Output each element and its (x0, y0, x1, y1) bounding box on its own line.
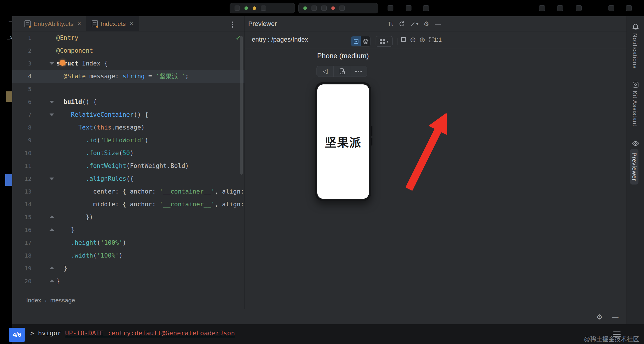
line-number[interactable]: 9 (12, 134, 31, 147)
line-number[interactable]: 14 (12, 198, 31, 211)
code-line[interactable]: 4 @State message: string = '坚果派 '; (12, 70, 244, 83)
close-icon[interactable]: × (130, 20, 133, 27)
toolbar-icon[interactable] (406, 5, 411, 11)
run-icon[interactable] (244, 6, 248, 10)
fold-marker-icon[interactable] (50, 215, 54, 218)
breadcrumb-item[interactable]: message (50, 297, 75, 304)
code-line[interactable]: 15 }) (12, 211, 244, 224)
toolbar-icon[interactable] (557, 5, 563, 11)
line-number[interactable]: 4 (12, 70, 31, 83)
line-number[interactable]: 18 (12, 249, 31, 262)
line-number[interactable]: 20 (12, 275, 31, 288)
line-number[interactable]: 11 (12, 159, 31, 172)
tool-tab-kit-assistant[interactable]: Kit Assistant (631, 91, 638, 126)
zoom-ratio-label[interactable]: 1:1 (434, 36, 442, 43)
inspect-mode-button[interactable] (351, 36, 361, 46)
code-line[interactable]: 10 .fontSize(50) (12, 147, 244, 159)
debug-icon[interactable] (303, 6, 307, 10)
code-line[interactable]: 9 .id('HelloWorld') (12, 134, 244, 147)
line-number[interactable]: 2 (12, 44, 31, 57)
editor-scrollbar[interactable] (240, 36, 243, 175)
line-number[interactable]: 8 (12, 121, 31, 134)
line-number[interactable]: 17 (12, 236, 31, 249)
code-line[interactable]: 12 .alignRules({ (12, 172, 244, 185)
line-number[interactable]: 12 (12, 172, 31, 185)
line-number[interactable]: 10 (12, 147, 31, 159)
tool-tab-previewer[interactable]: Previewer (630, 149, 638, 185)
tab-options-kebab-icon[interactable] (232, 21, 233, 29)
fold-marker-icon[interactable] (50, 267, 54, 269)
toolbar-icon[interactable] (388, 5, 393, 11)
fold-marker-icon[interactable] (50, 279, 54, 282)
code-editor[interactable]: 1@Entry2@Component3struct Index {4 @Stat… (12, 31, 244, 309)
bell-icon[interactable] (632, 23, 639, 31)
code-line[interactable]: 13 center: { anchor: '__container__', al… (12, 185, 244, 198)
grid-view-dropdown[interactable]: ▾ (376, 36, 393, 47)
back-button[interactable]: ◁ (317, 66, 334, 77)
profiler-icon[interactable] (312, 6, 317, 11)
rotate-screen-button[interactable] (334, 66, 351, 77)
tool-icon[interactable] (321, 6, 327, 11)
toolbar-icon[interactable] (423, 5, 429, 11)
line-number[interactable]: 1 (12, 31, 31, 44)
eye-icon[interactable] (632, 140, 639, 147)
toolbar-icon[interactable] (576, 5, 582, 11)
tab-index[interactable]: Index.ets × (87, 16, 139, 31)
toolbar-icon[interactable] (608, 5, 614, 11)
zoom-in-icon[interactable]: ⊕ (418, 35, 427, 44)
fold-marker-icon[interactable] (50, 114, 54, 116)
toolbar-icon[interactable] (539, 5, 545, 11)
settings-gear-icon[interactable]: ⚙ (422, 19, 431, 29)
fold-marker-icon[interactable] (50, 178, 54, 180)
line-number[interactable]: 15 (12, 211, 31, 224)
toolbar-icon[interactable] (626, 5, 632, 11)
code-line[interactable]: 19 } (12, 262, 244, 275)
code-line[interactable]: 2@Component (12, 44, 244, 57)
settings-gear-icon[interactable]: ⚙ (595, 313, 604, 321)
fold-marker-icon[interactable] (50, 228, 54, 231)
zoom-out-icon[interactable]: ⊖ (409, 35, 417, 44)
line-number[interactable]: 6 (12, 95, 31, 108)
code-line[interactable]: 14 middle: { anchor: '__container__', al… (12, 198, 244, 211)
frame-bounds-icon[interactable] (399, 35, 408, 44)
code-line[interactable]: 18 .width('100%') (12, 249, 244, 262)
run-toolbar-fragment[interactable] (230, 3, 295, 13)
tab-entryability[interactable]: EntryAbility.ets × (19, 16, 87, 31)
tool-icon[interactable] (339, 6, 345, 11)
breadcrumb-item[interactable]: Index (26, 297, 41, 304)
code-line[interactable]: 16 } (12, 224, 244, 236)
fold-marker-icon[interactable] (50, 62, 54, 65)
line-number[interactable]: 16 (12, 224, 31, 236)
code-line[interactable]: 3struct Index { (12, 57, 244, 70)
line-number[interactable]: 5 (12, 83, 31, 95)
kit-assistant-icon[interactable] (632, 81, 639, 88)
font-resize-icon[interactable]: Tt (386, 19, 395, 29)
hammer-icon[interactable] (235, 6, 240, 11)
magic-wand-icon[interactable]: ▾ (409, 19, 419, 29)
tool-tab-notifications[interactable]: Notifications (631, 33, 638, 69)
line-number[interactable]: 7 (12, 108, 31, 121)
minimize-icon[interactable]: — (611, 313, 620, 321)
code-line[interactable]: 11 .fontWeight(FontWeight.Bold) (12, 159, 244, 172)
line-number[interactable]: 19 (12, 262, 31, 275)
power-button (371, 138, 372, 146)
chevron-icon[interactable] (261, 6, 266, 11)
terminal-panel[interactable]: > hvigor UP-TO-DATE :entry:default@Gener… (12, 324, 644, 344)
stop-icon[interactable] (331, 6, 335, 10)
more-options-button[interactable] (350, 66, 367, 77)
line-number[interactable]: 13 (12, 185, 31, 198)
close-icon[interactable]: × (78, 20, 81, 27)
debug-toolbar-fragment[interactable] (298, 3, 378, 13)
line-number[interactable]: 3 (12, 57, 31, 70)
code-line[interactable]: 8 Text(this.message) (12, 121, 244, 134)
refresh-icon[interactable] (397, 19, 407, 29)
code-line[interactable]: 5 (12, 83, 244, 95)
fold-marker-icon[interactable] (50, 101, 54, 103)
code-line[interactable]: 7 RelativeContainer() { (12, 108, 244, 121)
code-line[interactable]: 1@Entry (12, 31, 244, 44)
layers-button[interactable] (361, 36, 370, 46)
code-line[interactable]: 6 build() { (12, 95, 244, 108)
code-line[interactable]: 20} (12, 275, 244, 288)
minimize-icon[interactable]: — (433, 19, 443, 29)
code-line[interactable]: 17 .height('100%') (12, 236, 244, 249)
